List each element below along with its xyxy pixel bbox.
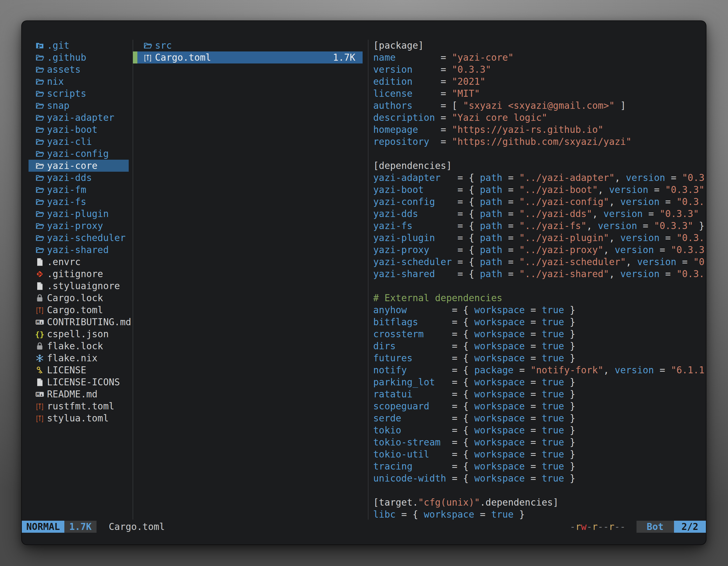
svg-text:{}: {} — [35, 330, 44, 339]
file-name: yazi-cli — [47, 136, 92, 147]
row-.gitignore[interactable]: .gitignore — [29, 268, 129, 280]
row-.styluaignore[interactable]: .styluaignore — [29, 280, 129, 292]
file-name: .git — [47, 40, 69, 51]
folder-open-icon — [35, 222, 44, 231]
preview-line: version = "0.3.3" — [373, 64, 706, 76]
row-nix[interactable]: nix — [29, 76, 129, 88]
row-Cargo.lock[interactable]: Cargo.lock — [29, 292, 129, 304]
row-Cargo.toml[interactable]: [T] Cargo.toml 1.7K — [133, 51, 363, 64]
row-assets[interactable]: assets — [29, 64, 129, 76]
preview-line: yazi-dds = { path = "../yazi-dds", versi… — [373, 208, 706, 220]
file-name: .github — [47, 52, 86, 63]
preview-line: yazi-config = { path = "../yazi-config",… — [373, 196, 706, 208]
row-scripts[interactable]: scripts — [29, 88, 129, 100]
folder-open-icon — [35, 161, 44, 170]
preview-line: yazi-proxy = { path = "../yazi-proxy", v… — [373, 244, 706, 256]
row-flake.lock[interactable]: flake.lock — [29, 340, 129, 352]
folder-open-icon — [35, 113, 44, 122]
row-.git[interactable]: .git — [29, 39, 129, 51]
keys-icon — [35, 366, 44, 375]
row-src[interactable]: src — [133, 39, 363, 51]
file-name: cspell.json — [47, 328, 109, 339]
preview-line: yazi-plugin = { path = "../yazi-plugin",… — [373, 232, 706, 244]
file-name: .styluaignore — [47, 281, 120, 291]
folder-open-icon — [35, 137, 44, 146]
row-Cargo.toml[interactable]: [T] Cargo.toml — [29, 304, 129, 316]
folder-open-icon — [35, 234, 44, 243]
preview-line: futures = { workspace = true } — [373, 352, 706, 364]
row-yazi-config[interactable]: yazi-config — [29, 148, 129, 160]
folder-open-icon — [35, 186, 44, 194]
row-yazi-plugin[interactable]: yazi-plugin — [29, 208, 129, 220]
row-LICENSE-ICONS[interactable]: LICENSE-ICONS — [29, 376, 129, 388]
row-.envrc[interactable]: .envrc — [29, 256, 129, 268]
file-name: yazi-fm — [47, 184, 86, 195]
current-directory-pane: src [T] Cargo.toml 1.7K — [133, 39, 363, 64]
markdown-icon: M↓ — [35, 318, 44, 326]
row-.github[interactable]: .github — [29, 51, 129, 64]
file-name: assets — [47, 64, 81, 75]
preview-line: tracing = { workspace = true } — [373, 460, 706, 472]
toml-icon: [T] — [143, 53, 152, 62]
file-name: Cargo.lock — [47, 292, 103, 303]
row-yazi-cli[interactable]: yazi-cli — [29, 136, 129, 148]
file-name: Cargo.toml — [47, 304, 103, 315]
lock-icon — [35, 293, 44, 302]
folder-open-icon — [35, 173, 44, 182]
preview-line: tokio-util = { workspace = true } — [373, 448, 706, 460]
file-name: yazi-dds — [47, 172, 92, 183]
preview-line — [373, 148, 706, 160]
row-yazi-adapter[interactable]: yazi-adapter — [29, 112, 129, 124]
preview-line: tokio-stream = { workspace = true } — [373, 436, 706, 448]
row-snap[interactable]: snap — [29, 100, 129, 112]
row-README.md[interactable]: M↓ README.md — [29, 388, 129, 400]
status-bar-left: NORMAL 1.7K Cargo.toml — [22, 521, 165, 533]
row-yazi-scheduler[interactable]: yazi-scheduler — [29, 232, 129, 244]
preview-line — [373, 484, 706, 496]
preview-line: serde = { workspace = true } — [373, 412, 706, 424]
preview-line: homepage = "https://yazi-rs.github.io" — [373, 124, 706, 136]
row-yazi-core[interactable]: yazi-core — [29, 160, 129, 172]
row-yazi-boot[interactable]: yazi-boot — [29, 124, 129, 136]
svg-text:[T]: [T] — [144, 54, 152, 62]
file-name: scripts — [47, 88, 86, 99]
preview-line: yazi-fs = { path = "../yazi-fs", version… — [373, 220, 706, 232]
lock-icon — [35, 342, 44, 351]
svg-text:M↓: M↓ — [36, 319, 43, 325]
parent-directory-pane: .git .github assets nix scripts snap yaz… — [29, 39, 129, 424]
row-cspell.json[interactable]: {} cspell.json — [29, 328, 129, 340]
row-CONTRIBUTING.md[interactable]: M↓ CONTRIBUTING.md — [29, 316, 129, 328]
markdown-icon: M↓ — [35, 390, 44, 399]
preview-line: [target."cfg(unix)".dependencies] — [373, 496, 706, 508]
preview-line: yazi-shared = { path = "../yazi-shared",… — [373, 268, 706, 280]
row-yazi-fs[interactable]: yazi-fs — [29, 196, 129, 208]
git-diamond-icon — [35, 270, 44, 279]
folder-open-icon — [35, 210, 44, 219]
row-flake.nix[interactable]: flake.nix — [29, 352, 129, 364]
row-yazi-fm[interactable]: yazi-fm — [29, 184, 129, 196]
file-name: .envrc — [47, 257, 81, 267]
svg-text:M↓: M↓ — [36, 392, 43, 397]
folder-open-icon — [35, 89, 44, 98]
file-name: yazi-adapter — [47, 112, 114, 123]
preview-line: unicode-width = { workspace = true } — [373, 472, 706, 484]
svg-text:[T]: [T] — [36, 306, 44, 314]
preview-line: [dependencies] — [373, 160, 706, 172]
preview-line: yazi-boot = { path = "../yazi-boot", ver… — [373, 184, 706, 196]
preview-line — [373, 280, 706, 292]
row-stylua.toml[interactable]: [T] stylua.toml — [29, 412, 129, 424]
row-yazi-dds[interactable]: yazi-dds — [29, 172, 129, 184]
row-yazi-proxy[interactable]: yazi-proxy — [29, 220, 129, 232]
file-name: flake.lock — [47, 340, 103, 351]
status-filename: Cargo.toml — [109, 521, 165, 532]
row-yazi-shared[interactable]: yazi-shared — [29, 244, 129, 256]
file-name: flake.nix — [47, 353, 98, 363]
file-size: 1.7K — [333, 52, 355, 63]
file-name: yazi-shared — [47, 245, 109, 255]
yazi-file-manager-window: .git .github assets nix scripts snap yaz… — [22, 21, 706, 544]
toml-icon: [T] — [35, 414, 44, 423]
file-name: src — [155, 40, 172, 51]
row-LICENSE[interactable]: LICENSE — [29, 364, 129, 376]
folder-open-icon — [35, 125, 44, 134]
row-rustfmt.toml[interactable]: [T] rustfmt.toml — [29, 400, 129, 412]
